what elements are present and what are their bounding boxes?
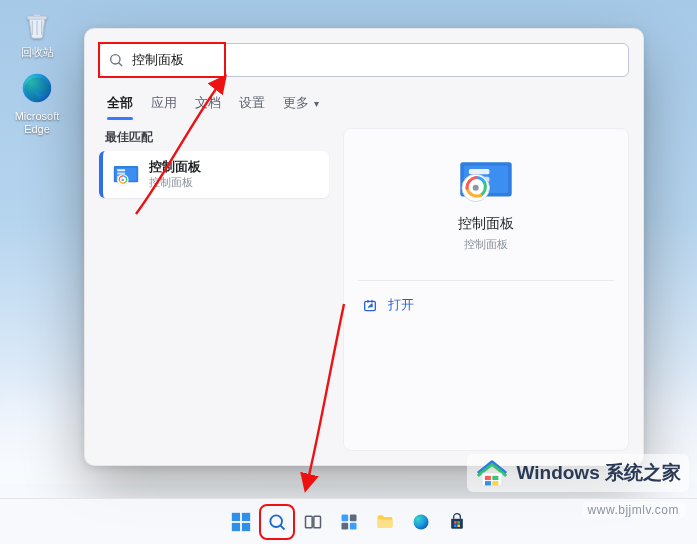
edge-icon bbox=[17, 68, 57, 108]
svg-rect-4 bbox=[117, 169, 125, 171]
file-explorer-icon bbox=[375, 512, 395, 532]
svg-rect-23 bbox=[313, 516, 320, 528]
taskbar-start-button[interactable] bbox=[226, 507, 256, 537]
svg-rect-26 bbox=[341, 522, 348, 529]
svg-rect-24 bbox=[341, 514, 348, 521]
action-open[interactable]: 打开 bbox=[358, 289, 614, 322]
results-column: 最佳匹配 bbox=[99, 128, 329, 451]
tab-more-label: 更多 bbox=[283, 96, 309, 110]
svg-rect-31 bbox=[457, 521, 460, 524]
chevron-down-icon: ▾ bbox=[314, 98, 319, 109]
search-icon bbox=[108, 52, 124, 68]
svg-rect-36 bbox=[492, 476, 498, 480]
taskbar-widgets-button[interactable] bbox=[334, 507, 364, 537]
task-view-icon bbox=[303, 512, 323, 532]
desktop-background: 回收站 Microsoft Edge bbox=[0, 0, 697, 544]
result-subtitle: 控制面板 bbox=[149, 176, 201, 190]
svg-rect-35 bbox=[484, 476, 490, 480]
svg-point-1 bbox=[111, 55, 120, 64]
svg-rect-19 bbox=[231, 522, 239, 530]
svg-rect-32 bbox=[454, 524, 457, 527]
edge-icon bbox=[411, 512, 431, 532]
detail-title: 控制面板 bbox=[358, 215, 614, 233]
taskbar-store-button[interactable] bbox=[442, 507, 472, 537]
svg-point-15 bbox=[473, 185, 479, 191]
svg-rect-25 bbox=[349, 514, 356, 521]
desktop-icon-label: 回收站 bbox=[6, 46, 68, 59]
action-open-label: 打开 bbox=[388, 297, 414, 314]
taskbar-explorer-button[interactable] bbox=[370, 507, 400, 537]
tab-docs[interactable]: 文档 bbox=[195, 89, 221, 120]
svg-rect-28 bbox=[377, 519, 392, 527]
searchbar-container bbox=[85, 29, 643, 85]
store-icon bbox=[447, 512, 467, 532]
watermark-url: www.bjjmlv.com bbox=[582, 502, 685, 518]
taskbar-search-button[interactable] bbox=[262, 507, 292, 537]
search-panel: 全部 应用 文档 设置 更多 ▾ 最佳匹配 bbox=[84, 28, 644, 466]
svg-rect-20 bbox=[241, 522, 249, 530]
best-match-heading: 最佳匹配 bbox=[99, 128, 329, 151]
tab-more[interactable]: 更多 ▾ bbox=[283, 89, 319, 120]
result-item-control-panel[interactable]: 控制面板 控制面板 bbox=[99, 151, 329, 198]
windows-start-icon bbox=[230, 511, 252, 533]
desktop-icon-recycle-bin[interactable]: 回收站 bbox=[6, 4, 68, 59]
detail-pane: 控制面板 控制面板 打开 bbox=[343, 128, 629, 451]
tab-all[interactable]: 全部 bbox=[107, 89, 133, 120]
taskbar-task-view-button[interactable] bbox=[298, 507, 328, 537]
svg-point-29 bbox=[413, 514, 428, 529]
search-body: 最佳匹配 bbox=[85, 120, 643, 465]
widgets-icon bbox=[339, 512, 359, 532]
open-icon bbox=[362, 298, 378, 314]
svg-rect-30 bbox=[454, 521, 457, 524]
svg-rect-18 bbox=[241, 512, 249, 520]
watermark-logo-icon bbox=[475, 458, 509, 488]
taskbar-edge-button[interactable] bbox=[406, 507, 436, 537]
tab-settings[interactable]: 设置 bbox=[239, 89, 265, 120]
svg-rect-38 bbox=[492, 481, 498, 485]
detail-subtitle: 控制面板 bbox=[358, 237, 614, 252]
search-icon bbox=[267, 512, 287, 532]
search-input[interactable] bbox=[132, 53, 620, 68]
svg-rect-37 bbox=[484, 481, 490, 485]
svg-rect-33 bbox=[457, 524, 460, 527]
control-panel-icon bbox=[113, 162, 139, 188]
svg-point-21 bbox=[270, 515, 282, 527]
divider bbox=[358, 280, 614, 281]
watermark-brand-text: Windows 系统之家 bbox=[517, 460, 682, 486]
tab-apps[interactable]: 应用 bbox=[151, 89, 177, 120]
svg-point-8 bbox=[122, 178, 124, 180]
desktop-icon-label: Microsoft Edge bbox=[6, 110, 68, 136]
recycle-bin-icon bbox=[17, 4, 57, 44]
result-title: 控制面板 bbox=[149, 159, 201, 176]
searchbar[interactable] bbox=[99, 43, 629, 77]
control-panel-large-icon bbox=[458, 157, 514, 205]
svg-rect-17 bbox=[231, 512, 239, 520]
svg-rect-27 bbox=[349, 522, 356, 529]
search-tabs: 全部 应用 文档 设置 更多 ▾ bbox=[85, 85, 643, 120]
watermark-brand: Windows 系统之家 bbox=[467, 454, 690, 492]
svg-rect-11 bbox=[469, 169, 490, 174]
svg-rect-22 bbox=[305, 516, 312, 528]
result-text: 控制面板 控制面板 bbox=[149, 159, 201, 190]
desktop-icon-edge[interactable]: Microsoft Edge bbox=[6, 68, 68, 136]
detail-hero: 控制面板 控制面板 bbox=[358, 147, 614, 266]
